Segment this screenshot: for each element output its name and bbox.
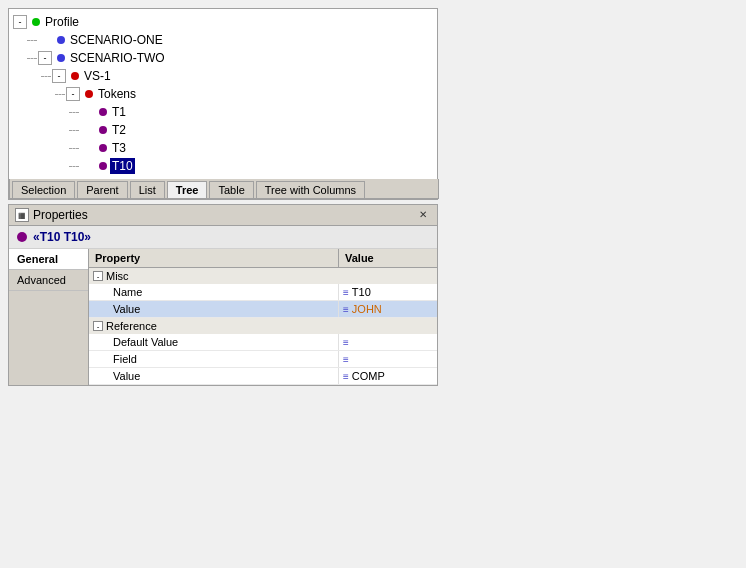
toggle-t10: [80, 159, 94, 173]
group-misc-label: Misc: [106, 270, 129, 282]
toggle-t3: [80, 141, 94, 155]
prop-row-ref-value: Value ≡ COMP: [89, 368, 437, 385]
tree-item-vs1[interactable]: - VS-1: [13, 67, 433, 85]
object-name: «T10 T10»: [33, 230, 91, 244]
val-text-value: JOHN: [352, 303, 382, 315]
dot-t1: [99, 108, 107, 116]
toggle-tokens[interactable]: -: [66, 87, 80, 101]
val-text-ref-value: COMP: [352, 370, 385, 382]
prop-cell-name-value[interactable]: ≡ T10: [339, 284, 437, 300]
tree-content: - Profile SCENARIO-ONE - SCENARIO-TWO: [9, 9, 437, 179]
main-container: - Profile SCENARIO-ONE - SCENARIO-TWO: [0, 0, 746, 568]
sidebar-item-general[interactable]: General: [9, 249, 88, 270]
dot-tokens: [85, 90, 93, 98]
label-t3[interactable]: T3: [110, 140, 128, 156]
sidebar-item-advanced[interactable]: Advanced: [9, 270, 88, 291]
label-profile[interactable]: Profile: [43, 14, 81, 30]
object-dot: [17, 232, 27, 242]
group-reference: - Reference: [89, 318, 437, 334]
tree-item-t3[interactable]: T3: [13, 139, 433, 157]
close-button[interactable]: ✕: [419, 209, 431, 221]
value-icon-value: ≡: [343, 304, 349, 315]
prop-cell-value-value[interactable]: ≡ JOHN: [339, 301, 437, 317]
value-icon-field: ≡: [343, 354, 349, 365]
toggle-vs1[interactable]: -: [52, 69, 66, 83]
label-t10[interactable]: T10: [110, 158, 135, 174]
connector-t3: [69, 148, 79, 149]
value-icon-name: ≡: [343, 287, 349, 298]
label-scenario-one[interactable]: SCENARIO-ONE: [68, 32, 165, 48]
col-value-header: Value: [339, 249, 437, 267]
tree-item-profile[interactable]: - Profile: [13, 13, 433, 31]
connector-t10: [69, 166, 79, 167]
prop-body: General Advanced Property Value - Misc: [9, 249, 437, 385]
label-tokens[interactable]: Tokens: [96, 86, 138, 102]
connector-scenario-two: [27, 58, 37, 59]
tree-item-t2[interactable]: T2: [13, 121, 433, 139]
tab-bar: Selection Parent List Tree Table Tree wi…: [9, 179, 439, 199]
tab-selection[interactable]: Selection: [12, 181, 75, 198]
properties-panel: ▦ Properties ✕ «T10 T10» General Advance…: [8, 204, 438, 386]
val-text-name: T10: [352, 286, 371, 298]
object-title: «T10 T10»: [9, 226, 437, 249]
value-icon-ref-value: ≡: [343, 371, 349, 382]
tree-item-tokens[interactable]: - Tokens: [13, 85, 433, 103]
tree-item-scenario-one[interactable]: SCENARIO-ONE: [13, 31, 433, 49]
group-misc: - Misc: [89, 268, 437, 284]
tree-panel: - Profile SCENARIO-ONE - SCENARIO-TWO: [8, 8, 438, 200]
group-misc-header[interactable]: - Misc: [89, 268, 437, 284]
label-scenario-two[interactable]: SCENARIO-TWO: [68, 50, 167, 66]
prop-cell-field-value[interactable]: ≡: [339, 351, 437, 367]
properties-icon: ▦: [15, 208, 29, 222]
dot-scenario-one: [57, 36, 65, 44]
prop-row-default-value: Default Value ≡: [89, 334, 437, 351]
connector-tokens: [55, 94, 65, 95]
toggle-misc[interactable]: -: [93, 271, 103, 281]
prop-cell-default-label: Default Value: [89, 334, 339, 350]
toggle-t1: [80, 105, 94, 119]
tab-tree-with-columns[interactable]: Tree with Columns: [256, 181, 365, 198]
tab-parent[interactable]: Parent: [77, 181, 127, 198]
toggle-scenario-two[interactable]: -: [38, 51, 52, 65]
tree-item-scenario-two[interactable]: - SCENARIO-TWO: [13, 49, 433, 67]
prop-cell-value-label: Value: [89, 301, 339, 317]
group-reference-header[interactable]: - Reference: [89, 318, 437, 334]
prop-cell-ref-value-label: Value: [89, 368, 339, 384]
connector-t2: [69, 130, 79, 131]
prop-row-value: Value ≡ JOHN: [89, 301, 437, 318]
dot-t3: [99, 144, 107, 152]
properties-header-left: ▦ Properties: [15, 208, 88, 222]
prop-row-field: Field ≡: [89, 351, 437, 368]
prop-row-name: Name ≡ T10: [89, 284, 437, 301]
connector-vs1: [41, 76, 51, 77]
dot-t10: [99, 162, 107, 170]
label-t1[interactable]: T1: [110, 104, 128, 120]
group-reference-label: Reference: [106, 320, 157, 332]
tab-table[interactable]: Table: [209, 181, 253, 198]
connector-t1: [69, 112, 79, 113]
col-property-header: Property: [89, 249, 339, 267]
properties-title: Properties: [33, 208, 88, 222]
toggle-reference[interactable]: -: [93, 321, 103, 331]
prop-cell-default-value[interactable]: ≡: [339, 334, 437, 350]
tree-item-t1[interactable]: T1: [13, 103, 433, 121]
toggle-scenario-one: [38, 33, 52, 47]
prop-table: Property Value - Misc Name ≡ T10: [89, 249, 437, 385]
dot-vs1: [71, 72, 79, 80]
dot-profile: [32, 18, 40, 26]
tab-list[interactable]: List: [130, 181, 165, 198]
label-vs1[interactable]: VS-1: [82, 68, 113, 84]
dot-scenario-two: [57, 54, 65, 62]
prop-sidebar: General Advanced: [9, 249, 89, 385]
toggle-t2: [80, 123, 94, 137]
tab-tree[interactable]: Tree: [167, 181, 208, 198]
prop-cell-ref-value-value[interactable]: ≡ COMP: [339, 368, 437, 384]
tree-item-t10[interactable]: T10: [13, 157, 433, 175]
prop-table-header: Property Value: [89, 249, 437, 268]
dot-t2: [99, 126, 107, 134]
value-icon-default: ≡: [343, 337, 349, 348]
label-t2[interactable]: T2: [110, 122, 128, 138]
toggle-profile[interactable]: -: [13, 15, 27, 29]
prop-cell-field-label: Field: [89, 351, 339, 367]
connector-scenario-one: [27, 40, 37, 41]
